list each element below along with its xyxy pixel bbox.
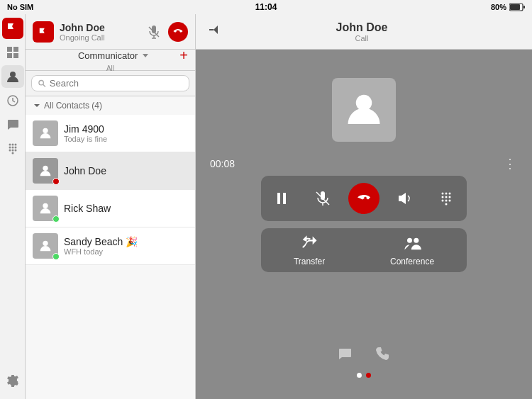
svg-point-28: [43, 241, 48, 246]
search-bar: [26, 71, 195, 96]
back-button[interactable]: [207, 21, 224, 43]
sidebar-item-settings[interactable]: [1, 371, 24, 393]
chevron-down-icon: [33, 101, 41, 110]
call-top-bar: John Doe Call: [196, 14, 532, 50]
communicator-label: Communicator: [78, 50, 138, 61]
svg-line-24: [43, 84, 45, 86]
svg-marker-36: [399, 193, 406, 204]
svg-point-16: [11, 150, 13, 152]
call-options-icon[interactable]: ⋮: [504, 156, 518, 172]
pause-button[interactable]: [266, 183, 297, 214]
call-duration: 00:08: [210, 158, 235, 169]
speaker-button[interactable]: [389, 183, 421, 214]
svg-point-41: [445, 196, 448, 198]
avatar: [33, 233, 58, 259]
keypad-button[interactable]: [431, 183, 462, 214]
contact-header: John Doe Ongoing Call: [26, 14, 195, 50]
phone-bottom-icon[interactable]: [375, 346, 392, 366]
sidebar-item-contacts[interactable]: [1, 65, 24, 88]
avatar: [33, 120, 58, 146]
svg-rect-2: [523, 6, 525, 9]
all-contacts-header: All Contacts (4): [26, 96, 195, 115]
svg-rect-5: [7, 53, 12, 58]
mute-button[interactable]: [144, 22, 164, 42]
status-bar: No SIM 11:04 80%: [0, 0, 532, 14]
page-dots: [357, 373, 371, 378]
call-type-label: Call: [355, 34, 369, 43]
sidebar-item-grid[interactable]: [1, 41, 24, 64]
svg-point-12: [9, 147, 11, 149]
flag-icon: [33, 21, 54, 43]
main-layout: John Doe Ongoing Call: [0, 14, 532, 399]
svg-point-44: [445, 200, 448, 202]
contact-name: Sandy Beach 🎉: [64, 236, 188, 247]
svg-point-11: [14, 144, 16, 146]
contact-name: Rick Shaw: [64, 203, 188, 214]
avatar: [33, 158, 58, 184]
svg-rect-3: [7, 47, 12, 52]
add-contact-button[interactable]: +: [179, 47, 188, 64]
communicator-row: Communicator + All: [26, 50, 195, 71]
svg-point-37: [442, 193, 444, 195]
list-item[interactable]: Jim 4900 Today is fine: [26, 115, 195, 152]
sidebar-item-call[interactable]: [1, 17, 24, 40]
battery-label: 80%: [491, 3, 506, 11]
sidebar-item-history[interactable]: [1, 89, 24, 112]
svg-point-45: [449, 200, 451, 202]
svg-point-43: [442, 200, 444, 202]
svg-point-25: [43, 128, 48, 133]
svg-point-48: [414, 238, 419, 243]
conference-button[interactable]: Conference: [390, 234, 434, 266]
search-icon: [38, 79, 47, 89]
avatar: [33, 196, 58, 221]
transfer-button[interactable]: Transfer: [294, 234, 325, 266]
end-call-button[interactable]: [168, 22, 188, 42]
chat-icon: [6, 118, 20, 132]
time-label: 11:04: [255, 2, 277, 12]
svg-point-46: [445, 203, 448, 206]
list-item[interactable]: John Doe: [26, 152, 195, 190]
list-item[interactable]: Rick Shaw: [26, 190, 195, 227]
status-indicator: [52, 215, 60, 223]
svg-point-38: [445, 193, 448, 195]
search-input[interactable]: [50, 78, 183, 89]
call-panel: John Doe Call 00:08 ⋮: [196, 14, 532, 399]
call-bottom-nav: [336, 346, 392, 378]
clock-icon: [6, 94, 20, 108]
mute-call-button[interactable]: [307, 183, 338, 214]
settings-icon: [6, 375, 20, 389]
status-indicator: [52, 178, 60, 185]
call-controls: [261, 176, 467, 221]
svg-point-26: [43, 166, 48, 171]
conference-label: Conference: [390, 257, 434, 266]
svg-point-39: [449, 193, 451, 195]
transfer-label: Transfer: [294, 257, 325, 266]
contact-status: WFH today: [64, 247, 188, 256]
svg-point-42: [449, 196, 451, 198]
call-status: Ongoing Call: [60, 33, 105, 42]
dialpad-icon: [6, 142, 20, 156]
call-contact-name: John Doe: [336, 21, 388, 34]
caller-name: John Doe: [60, 22, 105, 33]
sidebar-icons: [0, 14, 26, 399]
svg-rect-1: [510, 4, 520, 10]
svg-point-27: [43, 203, 48, 208]
page-dot-2: [366, 373, 371, 378]
grid-icon: [6, 45, 20, 60]
svg-point-9: [9, 144, 11, 146]
communicator-dropdown-icon[interactable]: [143, 54, 148, 57]
chat-bottom-icon[interactable]: [336, 346, 353, 366]
sidebar-item-chat[interactable]: [1, 113, 24, 136]
call-timer-row: 00:08 ⋮: [196, 156, 532, 172]
svg-point-13: [11, 147, 13, 149]
svg-rect-6: [13, 53, 18, 58]
svg-point-23: [39, 80, 43, 84]
call-actions: Transfer Conference: [261, 228, 467, 272]
battery-icon: [509, 3, 525, 11]
list-item[interactable]: Sandy Beach 🎉 WFH today: [26, 227, 195, 265]
svg-point-17: [14, 150, 16, 152]
sidebar-item-dialpad[interactable]: [1, 137, 24, 160]
svg-point-15: [9, 150, 11, 152]
end-active-call-button[interactable]: [348, 183, 379, 214]
contact-list: Jim 4900 Today is fine John Doe: [26, 115, 195, 399]
